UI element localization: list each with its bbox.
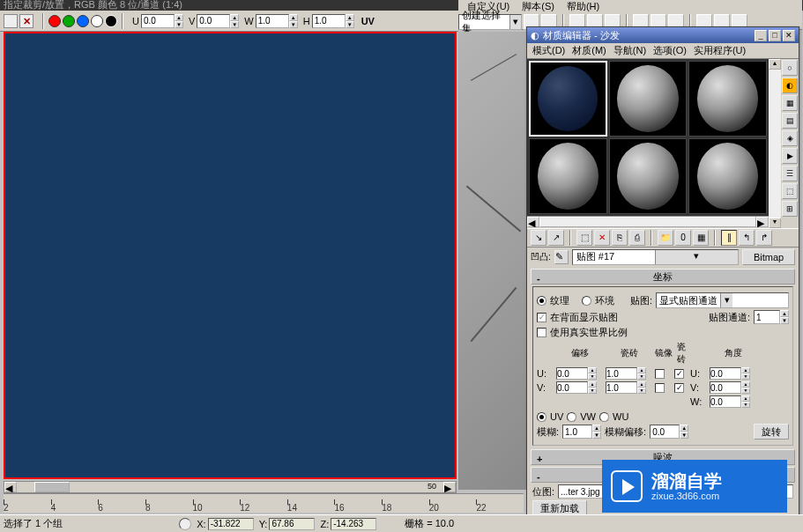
x-coord-input[interactable] [208, 518, 254, 530]
material-slot-2[interactable] [609, 61, 688, 137]
mirror-hdr: 镜像 [655, 347, 673, 359]
timeline-ruler[interactable]: 246810121416182022 [4, 493, 524, 513]
w-spinner[interactable]: ▲▼ [256, 14, 298, 28]
u-tile-spin[interactable]: ▲▼ [606, 367, 653, 380]
crop-title-text: 指定裁剪/放置，RGB 颜色 8 位/通道 (1:4) [4, 0, 182, 10]
mapping-combo[interactable]: 显式贴图通道▾ [656, 292, 789, 308]
realworld-check[interactable] [537, 328, 546, 337]
background-icon[interactable]: ▦ [782, 95, 798, 111]
rollout-coords-header[interactable]: -坐标 [531, 269, 795, 284]
v-angle-spin[interactable]: ▲▼ [710, 381, 757, 394]
get-material-icon[interactable]: ↘ [531, 230, 546, 246]
map-name-combo[interactable]: 贴图 #17▾ [572, 249, 739, 265]
menu-mode[interactable]: 模式(D) [532, 44, 565, 57]
matid-icon[interactable]: ⊞ [782, 201, 798, 217]
crop-viewport[interactable] [4, 32, 457, 479]
swatch-blue[interactable] [77, 15, 89, 27]
ruler-tick: 2 [4, 503, 51, 513]
blur-spinner[interactable]: ▲▼ [562, 425, 601, 439]
u-angle-spin[interactable]: ▲▼ [710, 367, 757, 380]
v-spinner[interactable]: ▲▼ [197, 14, 239, 28]
go-sibling-icon[interactable]: ↱ [756, 230, 772, 246]
show-back-check[interactable] [537, 313, 546, 322]
h-input[interactable] [312, 14, 346, 28]
menu-help[interactable]: 帮助(H) [567, 0, 599, 13]
select-by-mat-icon[interactable]: ⬚ [782, 183, 798, 199]
slots-v-scroll[interactable]: ▲▼ [769, 59, 781, 228]
sample-uv-icon[interactable]: ▤ [782, 113, 798, 129]
u-offset-spin[interactable]: ▲▼ [556, 367, 604, 380]
wu-label: WU [613, 411, 628, 422]
menu-nav[interactable]: 导航(N) [613, 44, 646, 57]
watermark-title: 溜溜自学 [651, 471, 722, 491]
u-spinner[interactable]: ▲▼ [141, 14, 183, 28]
v-input[interactable] [197, 14, 230, 28]
video-check-icon[interactable]: ◈ [782, 130, 798, 146]
swatch-red[interactable] [48, 15, 61, 27]
h-spinner[interactable]: ▲▼ [312, 14, 354, 28]
matid-channel-icon[interactable]: 0 [675, 230, 691, 246]
put-to-lib-icon[interactable]: 📁 [658, 230, 673, 246]
swatch-black[interactable] [105, 15, 117, 27]
material-slot-6[interactable] [688, 138, 767, 214]
make-preview-icon[interactable]: ▶ [782, 148, 798, 164]
options-icon[interactable]: ☰ [782, 166, 798, 181]
assign-to-sel-icon[interactable]: ⬚ [576, 230, 592, 246]
sample-type-icon[interactable]: ○ [782, 60, 798, 76]
wu-radio[interactable] [599, 412, 609, 422]
w-angle-spin[interactable]: ▲▼ [710, 395, 757, 408]
show-end-result-icon[interactable]: ‖ [721, 230, 737, 246]
viewport-h-scroll[interactable]: ◀50▶ [4, 481, 457, 493]
make-unique-icon[interactable]: ⎙ [629, 230, 645, 246]
material-slot-4[interactable] [529, 138, 607, 214]
map-type-button[interactable]: Bitmap [742, 249, 795, 265]
v-offset-spin[interactable]: ▲▼ [556, 381, 604, 394]
ruler-tick: 14 [287, 503, 335, 513]
make-copy-icon[interactable]: ⎘ [612, 230, 628, 246]
uv-radio[interactable] [537, 412, 546, 422]
u-input[interactable] [141, 14, 175, 28]
swatch-green[interactable] [63, 15, 75, 27]
slots-h-scroll[interactable]: ◀▶ [527, 216, 769, 228]
v-tile-spin[interactable]: ▲▼ [606, 381, 653, 394]
minimize-icon[interactable]: _ [755, 30, 767, 41]
z-coord-input[interactable] [331, 518, 376, 530]
go-parent-icon[interactable]: ↰ [739, 230, 755, 246]
maximize-icon[interactable]: □ [769, 30, 781, 41]
environ-radio[interactable] [582, 296, 591, 306]
material-editor-titlebar[interactable]: ◐ 材质编辑器 - 沙发 _ □ ✕ [527, 27, 799, 43]
v-tile-check[interactable] [674, 383, 684, 393]
put-to-scene-icon[interactable]: ↗ [548, 230, 564, 246]
material-slot-3[interactable] [688, 61, 767, 137]
eyedropper-icon[interactable]: ✎ [554, 250, 569, 264]
menu-options[interactable]: 选项(O) [653, 44, 687, 57]
rotate-button[interactable]: 旋转 [754, 424, 789, 440]
u-mirror-check[interactable] [655, 369, 665, 379]
w-input[interactable] [256, 14, 289, 28]
menu-script[interactable]: 脚本(S) [522, 0, 554, 13]
texture-radio[interactable] [537, 296, 546, 306]
perspective-viewport-strip[interactable] [458, 32, 529, 490]
vw-radio[interactable] [567, 412, 576, 422]
backlight-icon[interactable]: ◐ [782, 78, 798, 93]
bluroff-spinner[interactable]: ▲▼ [650, 425, 688, 439]
swatch-white[interactable] [91, 15, 103, 27]
reset-map-icon[interactable]: ✕ [594, 230, 610, 246]
show-in-vp-icon[interactable]: ▦ [693, 230, 709, 246]
lock-icon[interactable] [179, 518, 191, 530]
map-channel-spinner[interactable]: ▲▼ [754, 310, 789, 324]
menu-material[interactable]: 材质(M) [572, 44, 606, 57]
material-slot-1[interactable] [529, 61, 607, 137]
close-x-icon[interactable]: ✕ [19, 14, 33, 28]
u-tile-check[interactable] [674, 369, 684, 379]
material-slot-5[interactable] [609, 138, 688, 214]
tile-hdr: 瓷砖 [606, 347, 653, 359]
separator [569, 230, 571, 246]
v-mirror-check[interactable] [655, 383, 665, 393]
uv-label: UV [361, 16, 375, 26]
selection-set-combo[interactable]: 创建选择集▾ [458, 14, 522, 30]
print-icon[interactable] [4, 14, 18, 28]
y-coord-input[interactable] [269, 518, 315, 530]
menu-util[interactable]: 实用程序(U) [694, 44, 746, 57]
close-icon[interactable]: ✕ [783, 30, 795, 41]
